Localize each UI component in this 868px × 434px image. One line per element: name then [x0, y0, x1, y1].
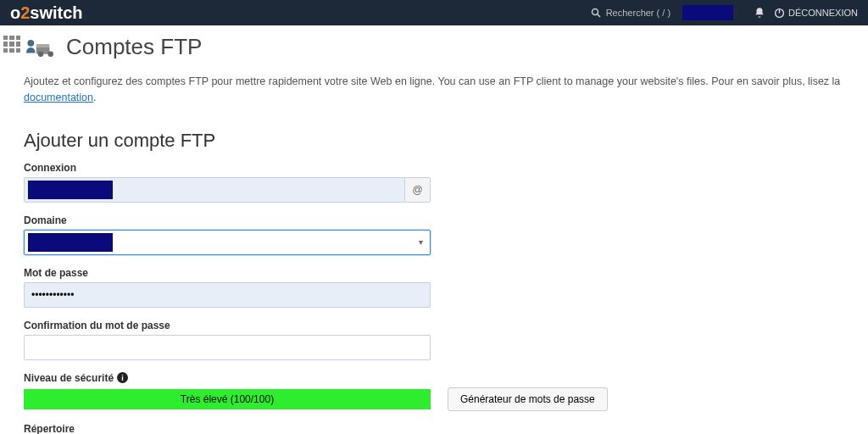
svg-point-7 [47, 51, 53, 57]
domain-value-redacted [28, 233, 113, 252]
directory-label: Répertoire [24, 423, 868, 435]
add-account-heading: Ajouter un compte FTP [24, 130, 868, 152]
svg-line-1 [597, 14, 600, 18]
top-bar: o2switch Rechercher ( / ) DÉCONNEXION [0, 0, 868, 25]
bell-icon[interactable] [754, 7, 765, 19]
intro-text: Ajoutez et configurez des comptes FTP po… [24, 74, 868, 106]
login-label: Connexion [24, 162, 868, 174]
at-symbol-addon: @ [405, 177, 431, 203]
search-icon [591, 8, 601, 18]
strength-meter: Très élevé (100/100) [24, 389, 431, 409]
apps-menu-button[interactable] [0, 25, 24, 434]
apps-grid-icon [3, 36, 20, 53]
ftp-accounts-icon [24, 36, 58, 58]
svg-point-0 [592, 9, 598, 15]
svg-rect-6 [36, 44, 50, 47]
chevron-down-icon: ▾ [419, 237, 423, 247]
confirm-password-label: Confirmation du mot de passe [24, 320, 868, 331]
brand-2: 2 [20, 3, 30, 23]
page-title: Comptes FTP [24, 34, 868, 60]
strength-label: Niveau de sécurité i [24, 372, 868, 384]
top-search[interactable]: Rechercher ( / ) [591, 8, 670, 18]
brand-o: o [10, 3, 20, 23]
confirm-password-input[interactable] [24, 335, 431, 360]
password-generator-button[interactable]: Générateur de mots de passe [448, 387, 608, 411]
brand-logo: o2switch [10, 3, 83, 23]
logout-icon [774, 8, 785, 19]
logout-button[interactable]: DÉCONNEXION [774, 8, 858, 19]
domain-label: Domaine [24, 214, 868, 226]
domain-select[interactable]: ▾ [24, 230, 431, 255]
password-label: Mot de passe [24, 267, 868, 279]
page-title-text: Comptes FTP [66, 34, 202, 60]
logout-label: DÉCONNEXION [788, 8, 858, 18]
brand-switch: switch [30, 3, 82, 23]
strength-bar-text: Très élevé (100/100) [24, 389, 431, 409]
documentation-link[interactable]: documentation [24, 92, 93, 103]
user-account-block[interactable] [682, 5, 733, 20]
login-value-redacted [28, 181, 113, 199]
svg-point-8 [38, 51, 44, 57]
info-icon[interactable]: i [117, 372, 128, 383]
search-placeholder: Rechercher ( / ) [606, 8, 670, 18]
login-input[interactable] [24, 177, 405, 203]
svg-point-4 [27, 39, 34, 46]
password-input[interactable] [24, 282, 431, 308]
